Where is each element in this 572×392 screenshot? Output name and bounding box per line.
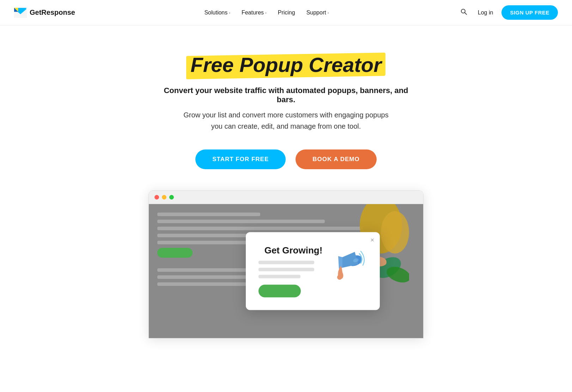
- popup-text-line-2: [258, 268, 314, 271]
- hero-buttons: START FOR FREE BOOK A DEMO: [195, 149, 377, 169]
- megaphone-illustration: [332, 245, 367, 285]
- popup-text-line-3: [258, 275, 300, 278]
- logo-link[interactable]: GetResponse: [14, 8, 75, 18]
- hero-title-wrapper: Free Popup Creator: [190, 54, 381, 76]
- hero-section: Free Popup Creator Convert your website …: [0, 25, 572, 360]
- svg-point-11: [337, 275, 342, 280]
- nav-actions: Log in SIGN UP FREE: [458, 5, 558, 20]
- nav-pricing[interactable]: Pricing: [273, 7, 300, 19]
- nav-features[interactable]: Features ›: [237, 7, 272, 19]
- logo-icon: [14, 8, 27, 18]
- book-demo-button[interactable]: BOOK A DEMO: [296, 149, 376, 169]
- brand-name: GetResponse: [30, 8, 75, 17]
- popup-cta-button[interactable]: [258, 284, 301, 297]
- browser-dot-red: [154, 195, 159, 200]
- browser-content: × Get Growing!: [149, 204, 423, 338]
- popup-close-icon[interactable]: ×: [370, 236, 374, 244]
- signup-button[interactable]: SIGN UP FREE: [501, 5, 558, 20]
- search-icon: [460, 8, 467, 15]
- popup-title: Get Growing!: [258, 245, 328, 256]
- nav-solutions[interactable]: Solutions ›: [199, 7, 235, 19]
- login-link[interactable]: Log in: [474, 7, 498, 19]
- popup-modal: × Get Growing!: [246, 232, 380, 310]
- nav-support[interactable]: Support ›: [302, 7, 334, 19]
- navbar: GetResponse Solutions › Features › Prici…: [0, 0, 572, 25]
- solutions-chevron-icon: ›: [229, 11, 230, 15]
- svg-point-7: [381, 211, 409, 253]
- nav-links: Solutions › Features › Pricing Support ›: [199, 7, 334, 19]
- features-chevron-icon: ›: [265, 11, 267, 15]
- search-button[interactable]: [458, 6, 469, 19]
- browser-bar: [149, 191, 423, 204]
- browser-dot-yellow: [162, 195, 166, 200]
- browser-dot-green: [169, 195, 174, 200]
- hero-title: Free Popup Creator: [190, 54, 381, 76]
- browser-mockup: × Get Growing!: [148, 190, 424, 338]
- support-chevron-icon: ›: [328, 11, 329, 15]
- popup-text-line-1: [258, 261, 314, 264]
- hero-subtitle-bold: Convert your website traffic with automa…: [163, 86, 409, 104]
- hero-subtitle: Grow your list and convert more customer…: [180, 109, 392, 132]
- svg-line-5: [464, 13, 467, 15]
- start-free-button[interactable]: START FOR FREE: [195, 149, 286, 169]
